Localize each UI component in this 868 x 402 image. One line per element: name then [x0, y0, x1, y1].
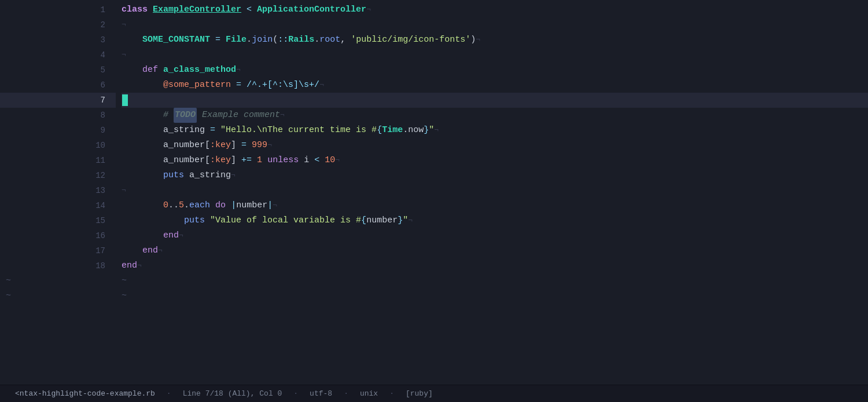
eol-15: ¬ [408, 213, 413, 228]
eol-6: ¬ [319, 78, 324, 93]
class-ref-3a: File [226, 32, 247, 47]
plain-3c [220, 32, 226, 47]
method-name-5: a_class_method [163, 63, 236, 78]
code-line-9: a_string = "Hello.\nThe current time is … [122, 123, 868, 138]
plain-3h: ) [470, 32, 476, 47]
plain-10a [122, 138, 163, 153]
operator-1: < [247, 2, 252, 17]
operator-10: = [241, 138, 247, 153]
kw-11a: unless [267, 153, 299, 168]
code-line-12: puts a_string¬ [122, 168, 868, 183]
plain-14a [122, 198, 163, 213]
code-container: 1 2 3 4 5 6 7 8 9 10 11 12 13 14 15 16 1… [0, 0, 868, 385]
plain-11f [299, 153, 304, 168]
plain-11h [319, 153, 325, 168]
method-call-3b: root [319, 32, 340, 47]
eol-8: ¬ [280, 108, 285, 123]
pipe-14a: | [231, 198, 236, 213]
eol-1: ¬ [366, 2, 371, 17]
plain-3a [122, 32, 142, 47]
plain-11c: ] [231, 153, 241, 168]
eol-9: ¬ [434, 123, 439, 138]
plain-6c [241, 78, 247, 93]
plain-8a [122, 108, 163, 123]
number-10: 999 [252, 138, 267, 153]
plain-3d: . [247, 32, 252, 47]
kw-end-17: end [142, 243, 158, 258]
plain-9b [205, 123, 210, 138]
code-line-11: a_number[:key] += 1 unless i < 10¬ [122, 153, 868, 168]
line-num-18: 18 [0, 258, 116, 273]
symbol-6: @some_pattern [163, 78, 231, 93]
string-15a: "Value of local variable is # [210, 213, 361, 228]
line-num-1: 1 [0, 2, 116, 17]
line-num-8: 8 [0, 108, 116, 123]
tilde-1: ~ [0, 273, 116, 288]
eol-5: ¬ [236, 63, 241, 78]
line-num-6: 6 [0, 78, 116, 93]
line-num-3: 3 [0, 32, 116, 47]
status-line-info: Line 7/18 (All), Col 0 [175, 389, 290, 398]
var-12: a_string [189, 168, 231, 183]
eol-3: ¬ [476, 32, 480, 47]
plain-9d: .now [403, 123, 424, 138]
number-11: 1 [257, 153, 262, 168]
code-content[interactable]: class ExampleController < ApplicationCon… [122, 2, 868, 385]
line-num-15: 15 [0, 213, 116, 228]
interp-9b: } [424, 123, 429, 138]
plain-15b [205, 213, 210, 228]
line-num-10: 10 [0, 138, 116, 153]
kw-end-18: end [122, 258, 137, 273]
classref-9: Time [382, 123, 403, 138]
tilde-char-1: ~ [122, 273, 127, 288]
plain-11b: [ [205, 153, 210, 168]
var-11a: a_number [163, 153, 205, 168]
operator-11: += [241, 153, 252, 168]
plain-1b [252, 2, 257, 17]
plain-10c: ] [231, 138, 241, 153]
eol-12: ¬ [231, 168, 236, 183]
method-15: puts [184, 213, 205, 228]
plain-11e [262, 153, 267, 168]
plain-17a [122, 243, 142, 258]
var-9a: a_string [163, 123, 205, 138]
code-line-17: end¬ [122, 243, 868, 258]
plain-14e [226, 198, 231, 213]
code-line-5: def a_class_method¬ [122, 63, 868, 78]
string-15b: " [403, 213, 408, 228]
line-numbers: 1 2 3 4 5 6 7 8 9 10 11 12 13 14 15 16 1… [0, 2, 122, 385]
kw-end-16: end [163, 228, 179, 243]
status-encoding: utf-8 [301, 389, 340, 398]
interp-9a: { [377, 123, 382, 138]
eol-14: ¬ [273, 198, 277, 213]
method-14: each [189, 198, 210, 213]
plain-9c [215, 123, 220, 138]
line-num-11: 11 [0, 153, 116, 168]
eol-11: ¬ [335, 153, 340, 168]
plain-9a [122, 123, 163, 138]
status-dot-4: · [386, 389, 398, 398]
operator-6: = [236, 78, 241, 93]
line-num-12: 12 [0, 168, 116, 183]
var-10a: a_number [163, 138, 205, 153]
line-num-5: 5 [0, 63, 116, 78]
plain-3b [210, 32, 215, 47]
class-ref-3b: Rails [288, 32, 314, 47]
interp-15b: } [398, 213, 403, 228]
eol-17: ¬ [158, 243, 163, 258]
operator-11b: < [314, 153, 319, 168]
comment-hash-8: # [163, 108, 174, 123]
symbol-11: :key [210, 153, 231, 168]
plain-10b: [ [205, 138, 210, 153]
code-line-3: SOME_CONSTANT = File.join(::Rails.root, … [122, 32, 868, 47]
line-num-16: 16 [0, 228, 116, 243]
plain-11a [122, 153, 163, 168]
var-14: number [236, 198, 267, 213]
plain-16a [122, 228, 163, 243]
code-line-4: ¬ [122, 47, 868, 63]
kw-class-1: class [122, 2, 153, 17]
line-num-14: 14 [0, 198, 116, 213]
code-line-16: end¬ [122, 228, 868, 243]
code-line-13: ¬ [122, 183, 868, 198]
plain-12b [184, 168, 189, 183]
